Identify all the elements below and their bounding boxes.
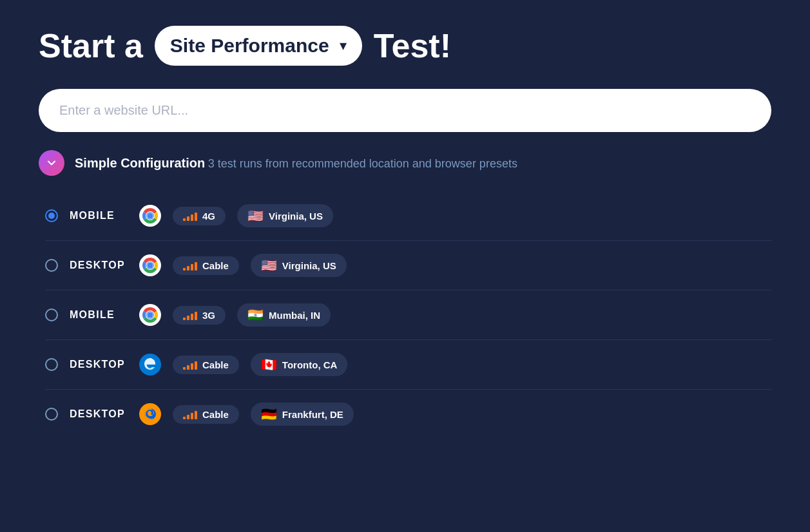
network-label: Cable [202, 409, 229, 420]
chrome-icon [139, 254, 161, 276]
signal-bar [191, 314, 193, 320]
location-badge: 🇨🇦 Toronto, CA [251, 353, 348, 376]
signal-bar [191, 363, 193, 370]
page-container: Start a Site Performance ▾ Test! Simple … [39, 26, 771, 439]
flag-icon: 🇺🇸 [261, 258, 277, 273]
location-label: Virginia, US [269, 211, 323, 222]
url-input[interactable] [39, 89, 771, 132]
location-badge: 🇩🇪 Frankfurt, DE [251, 403, 354, 426]
location-label: Mumbai, IN [269, 310, 320, 321]
config-section: Simple Configuration 3 test runs from re… [39, 150, 771, 439]
chrome-icon [139, 205, 161, 227]
location-label: Frankfurt, DE [282, 409, 343, 420]
signal-bar [183, 218, 186, 221]
network-badge: Cable [173, 256, 239, 275]
signal-bars [183, 409, 197, 419]
signal-bar [187, 365, 189, 370]
config-toggle-button[interactable] [39, 150, 64, 176]
network-badge: 4G [173, 207, 226, 225]
device-label: MOBILE [70, 309, 128, 321]
signal-bar [183, 367, 186, 370]
network-badge: 3G [173, 306, 226, 325]
chevron-down-icon [45, 157, 58, 169]
url-input-wrapper [39, 89, 771, 132]
dropdown-selected-text: Site Performance [170, 35, 329, 57]
flag-icon: 🇨🇦 [261, 357, 277, 372]
signal-bar [195, 361, 197, 370]
config-header: Simple Configuration 3 test runs from re… [39, 150, 771, 176]
radio-button[interactable] [45, 209, 58, 222]
device-label: DESKTOP [70, 260, 128, 271]
firefox-icon [139, 403, 161, 425]
network-label: Cable [202, 260, 229, 271]
header-start-text: Start a [39, 26, 143, 65]
svg-point-5 [148, 213, 153, 219]
config-title: Simple Configuration 3 test runs from re… [75, 156, 517, 171]
signal-bars [183, 359, 197, 370]
signal-bar [195, 213, 197, 221]
browser-icon [139, 254, 161, 276]
header-row: Start a Site Performance ▾ Test! [39, 26, 771, 66]
network-label: 3G [202, 310, 215, 321]
radio-button[interactable] [45, 259, 58, 272]
signal-bars [183, 260, 197, 271]
signal-bar [191, 413, 193, 419]
device-label: DESKTOP [70, 408, 128, 420]
flag-icon: 🇮🇳 [247, 307, 264, 323]
signal-bar [183, 268, 186, 271]
signal-bars [183, 211, 197, 221]
signal-bar [195, 262, 197, 271]
radio-button[interactable] [45, 408, 58, 421]
signal-bars [183, 310, 197, 320]
signal-bar [183, 417, 186, 419]
browser-icon [139, 403, 161, 425]
test-row[interactable]: DESKTOP Cable 🇨🇦 Toronto, CA [45, 340, 771, 390]
signal-bar [191, 264, 193, 271]
test-row[interactable]: DESKTOP [45, 241, 771, 290]
test-type-dropdown[interactable]: Site Performance ▾ [155, 26, 362, 66]
radio-button[interactable] [45, 358, 58, 371]
signal-bar [195, 411, 197, 419]
signal-bar [195, 312, 197, 320]
signal-bar [187, 216, 189, 221]
edge-icon [139, 354, 161, 375]
signal-bar [187, 415, 189, 419]
device-label: MOBILE [70, 210, 128, 222]
test-row[interactable]: MOBILE [45, 290, 771, 340]
header-test-text: Test! [374, 26, 451, 65]
network-badge: Cable [173, 405, 239, 424]
location-badge: 🇺🇸 Virginia, US [237, 204, 333, 227]
chevron-down-icon: ▾ [340, 37, 347, 54]
test-row[interactable]: DESKTOP Cable 🇩🇪 Frankfurt, DE [45, 390, 771, 439]
location-label: Virginia, US [282, 260, 336, 271]
svg-point-17 [148, 312, 153, 318]
network-badge: Cable [173, 356, 239, 374]
flag-icon: 🇩🇪 [261, 406, 277, 422]
device-label: DESKTOP [70, 359, 128, 370]
browser-icon [139, 205, 161, 227]
config-title-text: Simple Configuration [75, 156, 205, 170]
location-badge: 🇮🇳 Mumbai, IN [237, 303, 331, 327]
signal-bar [183, 318, 186, 320]
browser-icon [139, 354, 161, 375]
browser-icon [139, 304, 161, 326]
flag-icon: 🇺🇸 [247, 208, 264, 223]
test-rows-container: MOBILE [39, 191, 771, 439]
network-label: 4G [202, 211, 215, 222]
test-row[interactable]: MOBILE [45, 191, 771, 241]
location-badge: 🇺🇸 Virginia, US [251, 254, 347, 277]
signal-bar [191, 214, 193, 221]
chrome-icon [139, 304, 161, 326]
config-subtitle-text: 3 test runs from recommended location an… [208, 157, 517, 170]
svg-point-11 [148, 263, 153, 269]
network-label: Cable [202, 359, 229, 370]
location-label: Toronto, CA [282, 359, 338, 370]
radio-button[interactable] [45, 309, 58, 321]
signal-bar [187, 266, 189, 271]
signal-bar [187, 316, 189, 320]
